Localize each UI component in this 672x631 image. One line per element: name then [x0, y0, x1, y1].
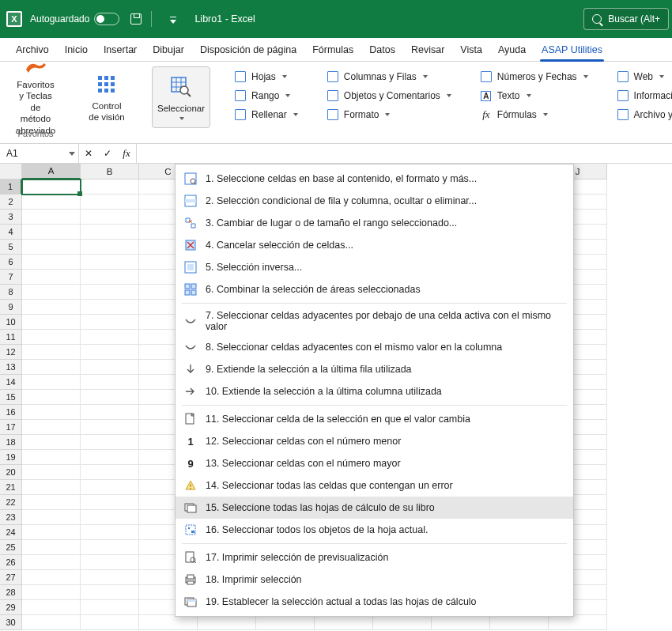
cell-B4[interactable] — [81, 225, 139, 240]
cell-B22[interactable] — [81, 495, 139, 510]
insert-function-button[interactable]: fx — [117, 147, 136, 160]
cell-B25[interactable] — [81, 540, 139, 555]
menu-item-4[interactable]: 4. Cancelar selección de celdas... — [176, 234, 573, 256]
ribbon-item-números-y-fechas[interactable]: Números y Fechas — [475, 68, 593, 85]
cell-G30[interactable] — [373, 615, 432, 630]
cell-B20[interactable] — [81, 465, 139, 480]
ribbon-item-objetos-y-comentarios[interactable]: Objetos y Comentarios — [322, 87, 456, 104]
row-header-29[interactable]: 29 — [0, 600, 22, 615]
cell-A23[interactable] — [22, 510, 81, 525]
tab-dibujar[interactable]: Dibujar — [145, 40, 192, 61]
cell-A8[interactable] — [22, 285, 81, 300]
row-header-14[interactable]: 14 — [0, 375, 22, 390]
ribbon-item-rellenar[interactable]: Rellenar — [229, 106, 303, 123]
cell-A14[interactable] — [22, 375, 81, 390]
cell-B26[interactable] — [81, 555, 139, 570]
cell-B3[interactable] — [81, 210, 139, 225]
cell-A20[interactable] — [22, 465, 81, 480]
cell-A9[interactable] — [22, 300, 81, 315]
menu-item-19[interactable]: 19. Establecer la selección actual a tod… — [176, 591, 573, 613]
row-header-4[interactable]: 4 — [0, 225, 22, 240]
row-header-30[interactable]: 30 — [0, 615, 22, 630]
tab-datos[interactable]: Datos — [361, 40, 403, 61]
save-button[interactable] — [126, 9, 146, 29]
seleccionar-button[interactable]: Seleccionar — [152, 66, 210, 128]
row-header-5[interactable]: 5 — [0, 240, 22, 255]
cell-B8[interactable] — [81, 285, 139, 300]
menu-item-8[interactable]: 8. Seleccionar celdas adyacentes con el … — [176, 336, 573, 358]
cell-A27[interactable] — [22, 570, 81, 585]
row-header-16[interactable]: 16 — [0, 405, 22, 420]
cell-B13[interactable] — [81, 360, 139, 375]
cell-A19[interactable] — [22, 450, 81, 465]
row-header-7[interactable]: 7 — [0, 270, 22, 285]
cell-A10[interactable] — [22, 315, 81, 330]
menu-item-2[interactable]: 2. Selección condicional de fila y colum… — [176, 190, 573, 212]
cell-B18[interactable] — [81, 435, 139, 450]
cell-A15[interactable] — [22, 390, 81, 405]
cell-A7[interactable] — [22, 270, 81, 285]
cell-A6[interactable] — [22, 255, 81, 270]
tab-insertar[interactable]: Insertar — [96, 40, 145, 61]
tab-disposición-de-página[interactable]: Disposición de página — [192, 40, 304, 61]
row-header-19[interactable]: 19 — [0, 450, 22, 465]
cell-A17[interactable] — [22, 420, 81, 435]
tab-archivo[interactable]: Archivo — [8, 40, 57, 61]
vision-button[interactable]: Control de visión — [81, 66, 133, 128]
ribbon-item-hojas[interactable]: Hojas — [229, 68, 303, 85]
cell-A25[interactable] — [22, 540, 81, 555]
cell-B16[interactable] — [81, 405, 139, 420]
row-header-26[interactable]: 26 — [0, 555, 22, 570]
autosave-switch-icon[interactable] — [94, 13, 119, 25]
cell-A1[interactable] — [22, 179, 81, 195]
ribbon-item-fórmulas[interactable]: fxFórmulas — [475, 106, 593, 123]
ribbon-item-web[interactable]: Web — [612, 68, 672, 85]
row-header-28[interactable]: 28 — [0, 585, 22, 600]
qat-customize-button[interactable] — [163, 9, 183, 29]
cell-B30[interactable] — [81, 615, 139, 630]
menu-item-14[interactable]: 14. Seleccionar todas las celdas que con… — [176, 474, 573, 497]
menu-item-15[interactable]: 15. Seleccione todas las hojas de cálcul… — [176, 497, 573, 519]
cell-A26[interactable] — [22, 555, 81, 570]
autosave-toggle[interactable]: Autoguardado — [30, 13, 119, 25]
favoritos-button[interactable]: Favoritos y Teclas de método abreviado — [9, 66, 62, 128]
row-header-2[interactable]: 2 — [0, 195, 22, 210]
accept-formula-button[interactable]: ✓ — [98, 148, 117, 159]
ribbon-item-columnas-y-filas[interactable]: Columnas y Filas — [322, 68, 456, 85]
cell-B14[interactable] — [81, 375, 139, 390]
cell-B29[interactable] — [81, 600, 139, 615]
menu-item-5[interactable]: 5. Selección inversa... — [176, 256, 573, 278]
tab-vista[interactable]: Vista — [452, 40, 490, 61]
row-header-25[interactable]: 25 — [0, 540, 22, 555]
row-header-23[interactable]: 23 — [0, 510, 22, 525]
row-header-15[interactable]: 15 — [0, 390, 22, 405]
tab-ayuda[interactable]: Ayuda — [490, 40, 534, 61]
cell-B6[interactable] — [81, 255, 139, 270]
cell-B27[interactable] — [81, 570, 139, 585]
menu-item-12[interactable]: 112. Seleccionar celdas con el número me… — [176, 430, 573, 452]
tab-inicio[interactable]: Inicio — [57, 40, 96, 61]
row-header-6[interactable]: 6 — [0, 255, 22, 270]
row-header-11[interactable]: 11 — [0, 330, 22, 345]
cell-A5[interactable] — [22, 240, 81, 255]
tab-asap-utilities[interactable]: ASAP Utilities — [534, 40, 610, 61]
cell-F30[interactable] — [315, 615, 373, 630]
menu-item-18[interactable]: 18. Imprimir selección — [176, 569, 573, 591]
tab-fórmulas[interactable]: Fórmulas — [304, 40, 361, 61]
name-box[interactable]: A1 — [0, 144, 79, 163]
menu-item-1[interactable]: 1. Seleccione celdas en base al contenid… — [176, 168, 573, 190]
row-header-24[interactable]: 24 — [0, 525, 22, 540]
cell-B7[interactable] — [81, 270, 139, 285]
row-header-22[interactable]: 22 — [0, 495, 22, 510]
cell-I30[interactable] — [490, 615, 549, 630]
cell-B17[interactable] — [81, 420, 139, 435]
row-header-1[interactable]: 1 — [0, 179, 22, 195]
cell-A4[interactable] — [22, 225, 81, 240]
ribbon-item-formato[interactable]: Formato — [322, 106, 456, 123]
cell-A29[interactable] — [22, 600, 81, 615]
cell-A2[interactable] — [22, 195, 81, 210]
column-header-B[interactable]: B — [81, 164, 139, 179]
cell-B24[interactable] — [81, 525, 139, 540]
row-header-17[interactable]: 17 — [0, 420, 22, 435]
menu-item-10[interactable]: 10. Extiende la selección a la última co… — [176, 380, 573, 402]
